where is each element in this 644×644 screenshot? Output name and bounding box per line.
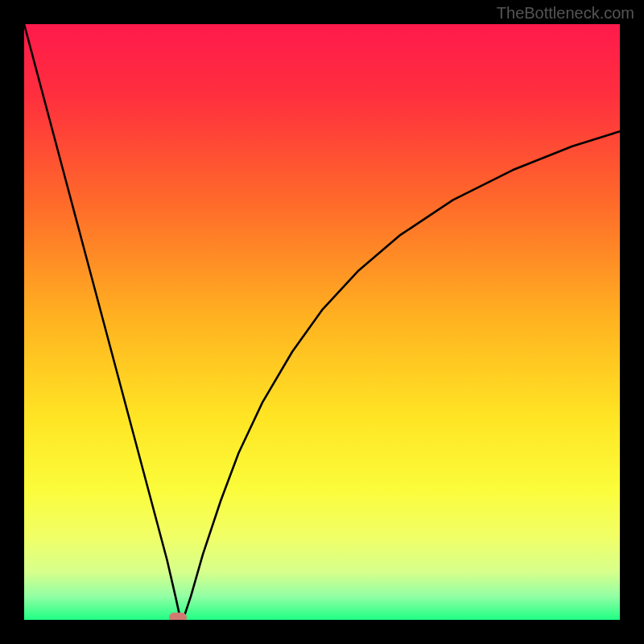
chart-frame: TheBottleneck.com: [0, 0, 644, 644]
watermark-text: TheBottleneck.com: [497, 4, 634, 23]
bottleneck-curve: [24, 24, 620, 619]
plot-area: [24, 24, 620, 620]
minimum-marker: [169, 613, 187, 620]
curve-layer: [24, 24, 620, 620]
